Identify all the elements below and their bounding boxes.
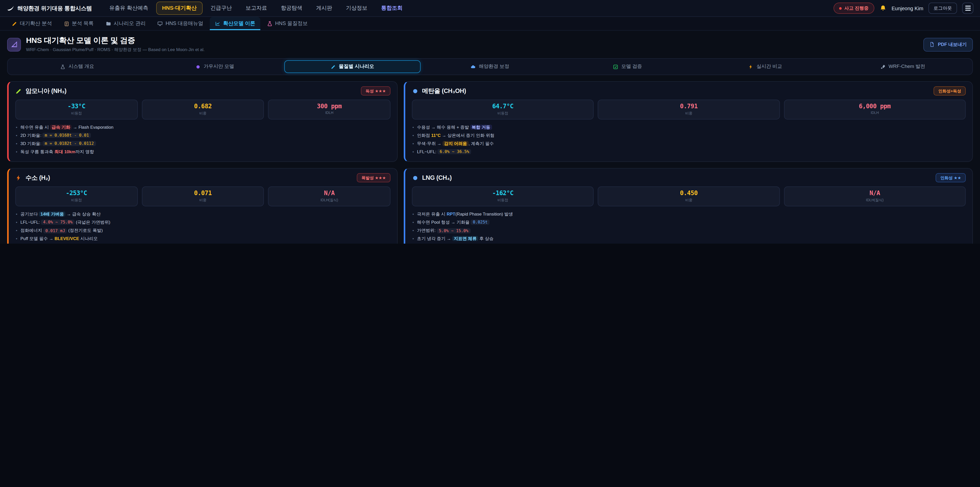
subnav-label: 확산모델 이론 xyxy=(223,20,256,27)
card-bullet: 2D 기화율: m = 0.0168t - 0.01 xyxy=(15,131,390,139)
stat-label: 비중 xyxy=(144,111,261,116)
hazard-badge: 인화성+독성 xyxy=(934,86,966,96)
top-navigation-bar: 해양환경 위기대응 통합시스템 유출유 확산예측 HNS·대기확산 긴급구난 보… xyxy=(0,0,980,17)
nav-item-oil-spill[interactable]: 유출유 확산예측 xyxy=(103,2,154,15)
hamburger-menu-button[interactable] xyxy=(962,3,974,14)
page-subtitle: WRF-Chem · Gaussian Plume/Puff · ROMS · … xyxy=(26,47,205,53)
bolt-icon xyxy=(15,174,22,181)
stat-idlh: 6,000 ppm IDLH xyxy=(784,100,966,120)
bolt-icon xyxy=(748,64,753,69)
stat-specific-gravity: 0.791 비중 xyxy=(598,100,780,120)
tab-realtime-comparison[interactable]: 실시간 비교 xyxy=(697,60,833,73)
subnav-item-hns-manual[interactable]: HNS 대응매뉴얼 xyxy=(152,17,208,30)
card-header: 암모니아 (NH₃) 독성 ★★★ xyxy=(15,86,390,96)
sub-navigation-bar: 대기확산 분석 분석 목록 시나리오 관리 HNS 대응매뉴얼 확산모델 이론 … xyxy=(0,17,980,30)
nav-item-integrated-search[interactable]: 통합조회 xyxy=(375,2,409,15)
stat-label: IDLH xyxy=(786,111,963,114)
page-header-text: HNS 대기확산 모델 이론 및 검증 WRF-Chem · Gaussian … xyxy=(26,36,205,53)
stat-value: -33°C xyxy=(18,103,135,110)
tab-system-overview[interactable]: 시스템 개요 xyxy=(9,60,145,73)
stat-boiling-point: -162°C 비등점 xyxy=(412,187,594,206)
stat-label: 비중 xyxy=(600,111,777,116)
card-bullet: 해수면 유출 시 급속 기화 → Flash Evaporation xyxy=(15,123,390,131)
substance-cards-row-1: 암모니아 (NH₃) 독성 ★★★ -33°C 비등점 0.682 비중 300… xyxy=(7,81,973,162)
stat-idlh: N/A IDLH(질식) xyxy=(268,187,390,206)
subnav-item-model-theory[interactable]: 확산모델 이론 xyxy=(210,17,261,30)
substance-name: 암모니아 (NH₃) xyxy=(25,86,66,95)
stat-value: 0.450 xyxy=(600,190,777,196)
nav-item-weather[interactable]: 기상정보 xyxy=(340,2,373,15)
pencil-icon xyxy=(331,64,336,69)
page-title: HNS 대기확산 모델 이론 및 검증 xyxy=(26,36,205,45)
stat-idlh: 300 ppm IDLH xyxy=(268,100,390,120)
card-header: LNG (CH₄) 인화성 ★★ xyxy=(412,173,966,182)
flask-icon xyxy=(60,64,65,69)
stat-label: 비등점 xyxy=(414,111,591,116)
stats-row: -33°C 비등점 0.682 비중 300 ppm IDLH xyxy=(15,100,390,120)
rocket-icon xyxy=(880,64,886,69)
tab-label: WRF-Chem 발전 xyxy=(889,63,925,70)
subnav-item-scenario-management[interactable]: 시나리오 관리 xyxy=(100,17,151,30)
dot-icon xyxy=(412,174,418,181)
nav-item-reports[interactable]: 보고자료 xyxy=(239,2,273,15)
stats-row: -253°C 비등점 0.071 비중 N/A IDLH(질식) xyxy=(15,187,390,206)
pdf-export-button[interactable]: PDF 내보내기 xyxy=(924,38,973,51)
card-bullet: 초기 냉각 증기 → 지표면 체류 후 상승 xyxy=(412,235,966,243)
subnav-item-diffusion-analysis[interactable]: 대기확산 분석 xyxy=(6,17,57,30)
card-bullet: 해수면 Pool 형성 → 기화율 0.025t xyxy=(412,218,966,226)
card-bullet: LFL~UFL: 4.0% ~ 75.0% (극넓은 가연범위) xyxy=(15,218,390,226)
pencil-icon xyxy=(12,21,18,26)
subnav-item-hns-substance-info[interactable]: HNS 물질정보 xyxy=(262,17,313,30)
dot-icon xyxy=(196,64,200,69)
card-bullet: 극저온 유출 시 RPT(Rapid Phase Transition) 발생 xyxy=(412,210,966,218)
card-bullet-list: 수용성 → 해수 용해 + 증발 복합 거동 인화점 11°C → 상온에서 증… xyxy=(412,123,966,156)
card-bullet: Puff 모델 필수 → BLEVE/VCE 시나리오 xyxy=(15,235,390,243)
subnav-item-analysis-list[interactable]: 분석 목록 xyxy=(59,17,99,30)
brand-logo[interactable]: 해양환경 위기대응 통합시스템 xyxy=(6,4,92,12)
incident-status-badge[interactable]: 사고 진행중 xyxy=(834,3,874,14)
subnav-label: 대기확산 분석 xyxy=(20,20,52,27)
stat-label: 비등점 xyxy=(18,198,135,203)
tab-model-validation[interactable]: 모델 검증 xyxy=(560,60,696,73)
nav-item-board[interactable]: 게시판 xyxy=(310,2,338,15)
line-chart-icon xyxy=(215,21,221,26)
page-header-icon-box xyxy=(7,38,21,51)
logout-button[interactable]: 로그아웃 xyxy=(928,3,957,14)
substance-card-methanol: 메탄올 (CH₃OH) 인화성+독성 64.7°C 비등점 0.791 비중 6… xyxy=(404,81,973,162)
card-bullet: 3D 기화율: m = 0.0182t - 0.0112 xyxy=(15,139,390,148)
tab-wrf-chem-evolution[interactable]: WRF-Chem 발전 xyxy=(835,60,971,73)
nav-item-rescue[interactable]: 긴급구난 xyxy=(204,2,238,15)
stat-label: 비중 xyxy=(600,198,777,203)
card-bullet: 점화에너지 0.017 mJ (정전기로도 폭발) xyxy=(15,227,390,235)
stat-boiling-point: -33°C 비등점 xyxy=(15,100,138,120)
card-bullet: 인화점 11°C → 상온에서 증기 인화 위험 xyxy=(412,131,966,139)
stat-idlh: N/A IDLH(질식) xyxy=(784,187,966,206)
stats-row: 64.7°C 비등점 0.791 비중 6,000 ppm IDLH xyxy=(412,100,966,120)
bell-icon[interactable] xyxy=(879,5,886,12)
app-root: 해양환경 위기대응 통합시스템 유출유 확산예측 HNS·대기확산 긴급구난 보… xyxy=(0,0,980,244)
card-bullet: 독성 구름 통과축 최대 10km까지 영향 xyxy=(15,148,390,156)
tab-label: 모델 검증 xyxy=(621,63,642,70)
stats-row: -162°C 비등점 0.450 비중 N/A IDLH(질식) xyxy=(412,187,966,206)
pencil-icon xyxy=(15,88,22,94)
card-bullet: 공기보다 14배 가벼움 → 급속 상승 확산 xyxy=(15,210,390,218)
clipboard-icon xyxy=(64,21,69,26)
main-menu: 유출유 확산예측 HNS·대기확산 긴급구난 보고자료 항공탐색 게시판 기상정… xyxy=(103,2,409,15)
substance-cards-row-2: 수소 (H₂) 폭발성 ★★★ -253°C 비등점 0.071 비중 N/A … xyxy=(7,168,973,244)
wing-logo-icon xyxy=(6,4,14,12)
nav-item-aerial-search[interactable]: 항공탐색 xyxy=(275,2,308,15)
tab-label: 해양환경 보정 xyxy=(479,63,509,70)
tab-gaussian-model[interactable]: 가우시안 모델 xyxy=(147,60,283,73)
section-tab-bar: 시스템 개요 가우시안 모델 물질별 시나리오 해양환경 보정 모델 검증 실시… xyxy=(7,58,973,75)
ruler-triangle-icon xyxy=(11,41,18,48)
card-bullet: 수용성 → 해수 용해 + 증발 복합 거동 xyxy=(412,123,966,131)
stat-specific-gravity: 0.071 비중 xyxy=(142,187,264,206)
tab-marine-env-correction[interactable]: 해양환경 보정 xyxy=(422,60,558,73)
folder-icon xyxy=(105,21,111,26)
subnav-label: HNS 대응매뉴얼 xyxy=(165,20,204,27)
nav-item-hns-diffusion[interactable]: HNS·대기확산 xyxy=(156,2,203,15)
tab-substance-scenarios[interactable]: 물질별 시나리오 xyxy=(284,60,420,73)
card-bullet: LFL~UFL: 6.0% ~ 36.5% xyxy=(412,147,966,155)
stat-specific-gravity: 0.450 비중 xyxy=(598,187,780,206)
card-bullet: 가연범위: 5.0% ~ 15.0% xyxy=(412,227,966,235)
